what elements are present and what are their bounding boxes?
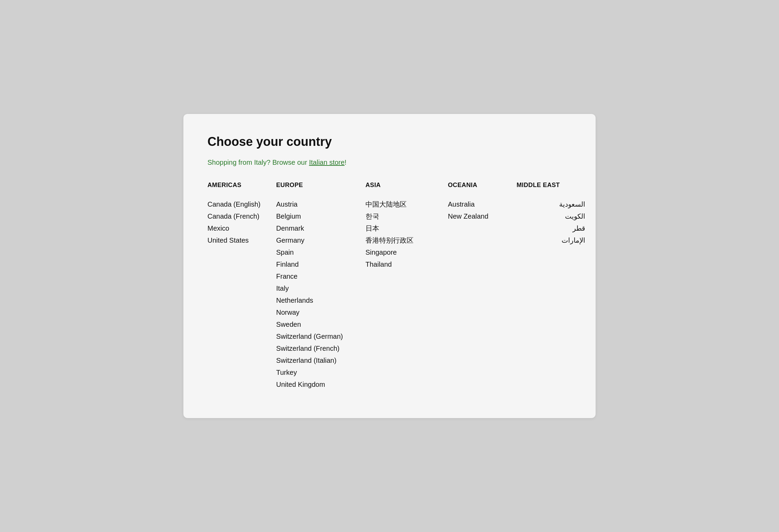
list-item[interactable]: Finland (276, 258, 365, 270)
list-item[interactable]: الكويت (517, 210, 585, 222)
oceania-country-list: AustraliaNew Zealand (448, 198, 517, 222)
list-item[interactable]: 한국 (365, 210, 448, 222)
list-item[interactable]: Spain (276, 246, 365, 258)
list-item[interactable]: Turkey (276, 367, 365, 379)
list-item[interactable]: Switzerland (Italian) (276, 355, 365, 367)
list-item[interactable]: Thailand (365, 258, 448, 270)
page-title: Choose your country (207, 135, 572, 149)
list-item[interactable]: United Kingdom (276, 379, 365, 391)
americas-country-list: Canada (English)Canada (French)MexicoUni… (207, 198, 276, 246)
europe-column: EUROPE AustriaBelgiumDenmarkGermanySpain… (276, 182, 365, 391)
list-item[interactable]: السعودية (517, 198, 585, 210)
list-item[interactable]: 中国大陆地区 (365, 198, 448, 210)
list-item[interactable]: Italy (276, 282, 365, 294)
list-item[interactable]: Singapore (365, 246, 448, 258)
store-notice: Shopping from Italy? Browse our Italian … (207, 159, 572, 166)
store-notice-suffix: ! (345, 159, 347, 166)
europe-header: EUROPE (276, 182, 365, 189)
asia-column: ASIA 中国大陆地区한국日本香港特别行政区SingaporeThailand (365, 182, 448, 270)
middle-east-country-list: السعوديةالكويتقطرالإمارات (517, 198, 585, 246)
country-chooser-card: Choose your country Shopping from Italy?… (183, 114, 596, 418)
list-item[interactable]: Netherlands (276, 294, 365, 307)
list-item[interactable]: Canada (French) (207, 210, 276, 222)
list-item[interactable]: قطر (517, 222, 585, 234)
list-item[interactable]: Denmark (276, 222, 365, 234)
asia-country-list: 中国大陆地区한국日本香港特别行政区SingaporeThailand (365, 198, 448, 270)
list-item[interactable]: Norway (276, 307, 365, 319)
list-item[interactable]: الإمارات (517, 234, 585, 246)
italian-store-link[interactable]: Italian store (309, 159, 345, 166)
list-item[interactable]: France (276, 270, 365, 282)
europe-country-list: AustriaBelgiumDenmarkGermanySpainFinland… (276, 198, 365, 391)
list-item[interactable]: New Zealand (448, 210, 517, 222)
list-item[interactable]: Sweden (276, 319, 365, 331)
middle-east-header: MIDDLE EAST (517, 182, 585, 189)
list-item[interactable]: 日本 (365, 222, 448, 234)
americas-column: AMERICAS Canada (English)Canada (French)… (207, 182, 276, 246)
list-item[interactable]: 香港特别行政区 (365, 234, 448, 246)
list-item[interactable]: Austria (276, 198, 365, 210)
oceania-column: OCEANIA AustraliaNew Zealand (448, 182, 517, 222)
middle-east-column: MIDDLE EAST السعوديةالكويتقطرالإمارات (517, 182, 585, 246)
americas-header: AMERICAS (207, 182, 276, 189)
oceania-header: OCEANIA (448, 182, 517, 189)
list-item[interactable]: Mexico (207, 222, 276, 234)
list-item[interactable]: United States (207, 234, 276, 246)
asia-header: ASIA (365, 182, 448, 189)
list-item[interactable]: Germany (276, 234, 365, 246)
regions-grid: AMERICAS Canada (English)Canada (French)… (207, 182, 572, 391)
store-notice-prefix: Shopping from Italy? Browse our (207, 159, 309, 166)
list-item[interactable]: Australia (448, 198, 517, 210)
list-item[interactable]: Belgium (276, 210, 365, 222)
list-item[interactable]: Switzerland (French) (276, 343, 365, 355)
list-item[interactable]: Canada (English) (207, 198, 276, 210)
list-item[interactable]: Switzerland (German) (276, 331, 365, 343)
